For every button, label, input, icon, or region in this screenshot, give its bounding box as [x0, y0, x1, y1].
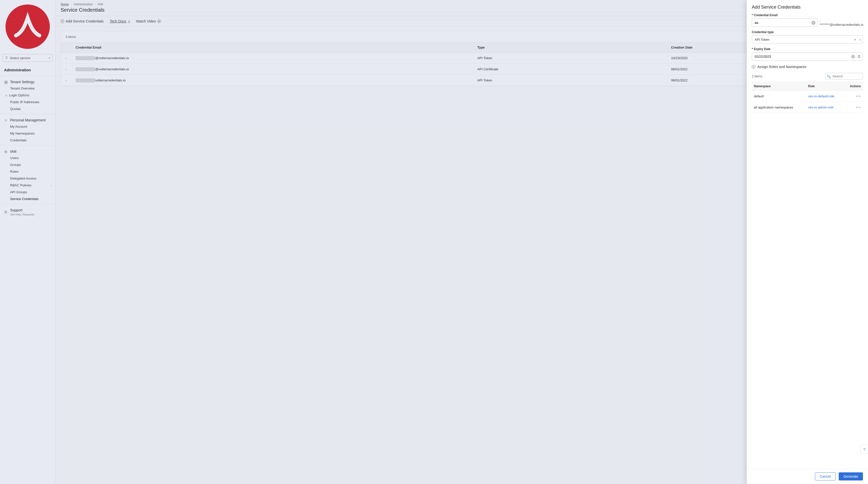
clear-email-icon[interactable]: ✕	[811, 21, 815, 25]
plus-circle-icon: +	[752, 65, 755, 68]
col-namespace: Namespace	[752, 82, 806, 91]
help-fab[interactable]: ?	[861, 445, 868, 454]
row-actions-icon[interactable]: •••	[844, 102, 863, 113]
email-input-wrap: ✕	[752, 19, 817, 27]
email-input[interactable]	[752, 19, 817, 27]
label-expiry: Expiry Date	[752, 47, 863, 51]
modal-scrim[interactable]	[0, 0, 868, 484]
roles-row: default ves-io-default-role •••	[752, 91, 863, 102]
cancel-button[interactable]: Cancel	[815, 473, 836, 481]
roles-search: 🔍	[825, 73, 863, 80]
col-actions: Actions	[844, 82, 863, 91]
question-circle-icon: ?	[863, 447, 865, 451]
expiry-input-wrap: ✕ 🗓	[752, 52, 863, 61]
roles-count: 2 items	[752, 74, 763, 78]
type-select[interactable]: API Token ✕ ▾	[752, 35, 863, 44]
label-type: Credential type	[752, 30, 863, 34]
chevron-down-icon: ▾	[860, 38, 861, 41]
clear-type-icon[interactable]: ✕	[854, 38, 857, 41]
roles-table: Namespace Role Actions default ves-io-de…	[752, 82, 863, 113]
role-link[interactable]: ves-io-default-role	[806, 91, 844, 102]
row-actions-icon[interactable]: •••	[844, 91, 863, 102]
roles-row: all application namespaces ves-io-admin-…	[752, 102, 863, 113]
expiry-input[interactable]	[752, 52, 863, 61]
calendar-icon[interactable]: 🗓	[858, 55, 861, 59]
generate-button[interactable]: Generate	[839, 473, 863, 481]
label-email: Credential Email	[752, 13, 863, 17]
panel-title: Add Service Credentials	[752, 4, 863, 10]
role-link[interactable]: ves-io-admin-role	[806, 102, 844, 113]
search-icon: 🔍	[827, 74, 831, 78]
clear-date-icon[interactable]: ✕	[851, 55, 855, 58]
side-panel: Add Service Credentials Credential Email…	[747, 0, 868, 484]
assign-roles-button[interactable]: + Assign Roles and Namespaces	[752, 65, 863, 69]
email-suffix: -********@volterracredentials.io	[819, 19, 864, 27]
col-role: Role	[806, 82, 844, 91]
